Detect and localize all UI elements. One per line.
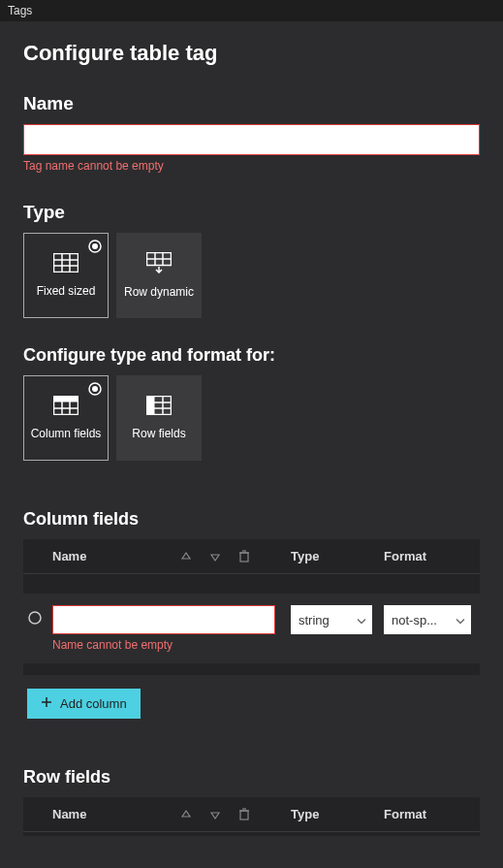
panel-title: Tags: [0, 0, 503, 21]
row-fields-table: Name Type Format: [23, 797, 480, 836]
move-down-icon[interactable]: [204, 809, 227, 820]
type-label: Type: [23, 202, 480, 223]
table-dynamic-icon: [146, 252, 172, 276]
move-up-icon[interactable]: [174, 809, 198, 820]
column-fields-heading: Column fields: [23, 509, 480, 530]
chevron-down-icon: [357, 613, 366, 627]
chevron-down-icon: [456, 613, 465, 627]
name-label: Name: [23, 93, 480, 114]
row-header-name: Name: [52, 807, 169, 821]
row-fields-icon: [146, 396, 172, 418]
configure-option-label: Column fields: [27, 427, 106, 440]
svg-rect-19: [147, 397, 155, 415]
col-header-type: Type: [291, 549, 378, 563]
move-up-icon[interactable]: [174, 551, 198, 563]
radio-selected-icon: [88, 382, 102, 396]
column-name-error: Name cannot be empty: [52, 638, 285, 652]
col-header-name: Name: [52, 549, 169, 563]
add-column-button[interactable]: Add column: [27, 689, 141, 719]
configure-label: Configure type and format for:: [23, 345, 480, 366]
radio-selected-icon: [88, 240, 102, 253]
type-option-label: Fixed sized: [33, 284, 100, 298]
tag-name-input[interactable]: [23, 124, 480, 155]
column-type-select[interactable]: string: [291, 605, 372, 634]
svg-point-26: [29, 612, 41, 624]
configure-option-column-fields[interactable]: Column fields: [23, 375, 109, 461]
column-fields-icon: [53, 396, 79, 418]
move-down-icon[interactable]: [204, 551, 227, 563]
svg-rect-29: [240, 811, 248, 820]
tag-name-error: Tag name cannot be empty: [23, 159, 480, 173]
plus-icon: [41, 696, 52, 711]
row-fields-heading: Row fields: [23, 767, 480, 788]
add-column-label: Add column: [60, 696, 127, 711]
delete-icon[interactable]: [233, 808, 256, 820]
column-field-row: Name cannot be empty string not-sp...: [23, 594, 480, 663]
column-name-input[interactable]: [52, 605, 275, 634]
page-title: Configure table tag: [23, 41, 480, 66]
row-header-type: Type: [291, 807, 378, 821]
svg-rect-2: [54, 254, 79, 273]
svg-rect-23: [240, 553, 248, 562]
type-option-row-dynamic[interactable]: Row dynamic: [116, 233, 202, 318]
configure-option-label: Row fields: [128, 427, 189, 440]
svg-rect-14: [54, 397, 79, 402]
row-radio[interactable]: [23, 605, 47, 625]
col-header-format: Format: [384, 549, 481, 563]
svg-point-1: [92, 243, 98, 249]
configure-option-row-fields[interactable]: Row fields: [116, 375, 202, 461]
row-header-format: Format: [384, 807, 481, 821]
delete-icon[interactable]: [233, 550, 256, 563]
svg-point-12: [92, 386, 98, 392]
type-option-label: Row dynamic: [120, 285, 198, 299]
column-fields-table: Name Type Format Name cannot be empty st…: [23, 539, 480, 675]
column-format-select[interactable]: not-sp...: [384, 605, 471, 634]
type-option-fixed-sized[interactable]: Fixed sized: [23, 233, 109, 318]
table-grid-icon: [53, 253, 79, 275]
